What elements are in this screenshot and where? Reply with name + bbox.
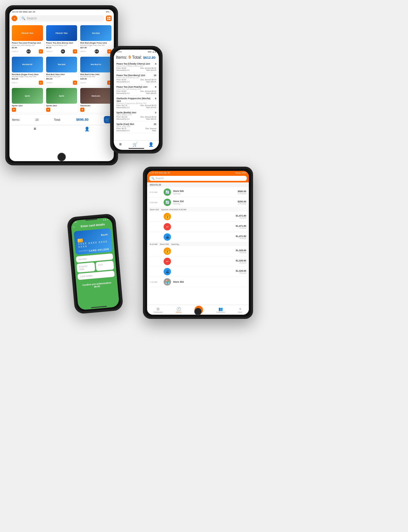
add-to-cart-button[interactable]: + — [80, 108, 84, 112]
order-item[interactable]: Peace Tea (Just Peachy) 12ct 8 Peace Tea… — [114, 84, 159, 96]
iphone2-signal: ▲▲ ● ● — [103, 218, 110, 220]
iphone-card-device: 5:25 ▲▲ ● ● ‹ Enter card details Bank XX… — [67, 213, 124, 314]
back-button[interactable]: ‹ — [12, 15, 17, 21]
history-item[interactable]: 9:03 AM 🔄 Store 310 Syncing... $250.00 -… — [147, 197, 249, 208]
iphone1-signal: ●●● ▲▲ — [148, 51, 156, 53]
item-name: Sprite (Bottle) 24ct — [116, 111, 136, 114]
product-card[interactable]: Red Bull Red Bull (Sugar Free) 12oz Red … — [79, 24, 113, 55]
history-info: Store 310 Syncing... — [173, 200, 235, 205]
card-chip — [78, 239, 83, 243]
product-sub: Red Bull 16oz 24ct — [46, 76, 77, 77]
product-card[interactable]: PEACE TEA Peace Tea (Sno-Berry) 12ct Pea… — [45, 24, 79, 55]
order-item[interactable]: Starbucks Frappuccino (Mocha) 15ct 6 Sta… — [114, 96, 159, 110]
ipad1-footer: Items: 10 Total: $696.80 🛒 — [9, 114, 114, 125]
items-label: Items: — [116, 55, 127, 60]
history-id: -1 iF24149 — [238, 193, 246, 194]
history-item[interactable]: ↩ $1,471.80 iF24152 — [147, 222, 249, 232]
add-to-cart-button[interactable]: + — [46, 108, 50, 112]
product-card[interactable]: Red Bull SF Red Bull (Sugar Free) 16oz R… — [10, 55, 44, 86]
item-disc-label: Disc. Amount $0.00 — [140, 67, 156, 69]
product-card[interactable]: Starbucks Starbucks + — [79, 87, 113, 113]
add-to-cart-button[interactable]: + — [39, 49, 43, 54]
card-bank: Bank — [101, 233, 108, 236]
product-price: $23.00 — [12, 78, 43, 80]
ipad2-status-bar: 11:44 AM Wed Jan 25 ●▲▲ 41%↑ — [147, 171, 249, 175]
ipad1-battery: 9% ↑ — [106, 10, 111, 13]
product-card[interactable]: Sprite Sprite 12ct + — [10, 87, 44, 113]
history-id: iF24152 — [236, 227, 246, 229]
order-item[interactable]: Peace Tea (Sno-Berry) 12ct 10 Peace Tea … — [114, 73, 159, 84]
list-view-icon[interactable]: ≡ — [34, 127, 36, 131]
expiry-field[interactable]: Expired Date — [77, 262, 95, 273]
ipad-history-device: 11:44 AM Wed Jan 25 ●▲▲ 41%↑ 🔍 Search 20… — [143, 167, 253, 319]
add-to-cart-button[interactable]: + — [73, 81, 77, 85]
order-item[interactable]: Sprite (Can) 35ct 10 Sprite (Can) 35ct P… — [114, 122, 159, 133]
iphone2-screen: 5:25 ▲▲ ● ● ‹ Enter card details Bank XX… — [71, 217, 119, 310]
tab-more[interactable]: ≡ More — [238, 307, 242, 313]
history-item[interactable]: 🖨 $1,328.65 iF24149 — [147, 267, 249, 277]
svg-rect-1 — [109, 17, 110, 18]
store-group-header: 8:12 AM Store 526 Syncing... — [147, 242, 249, 246]
history-item[interactable]: 9:12 AM 🔄 Store 526 Syncing... $580.00 -… — [147, 187, 249, 197]
history-item[interactable]: ↩ $1,328.65 iF24149 — [147, 256, 249, 267]
item-name: Sprite (Can) 35ct — [116, 123, 134, 125]
ipad2-time: 11:44 AM Wed Jan 25 — [149, 172, 170, 174]
history-time: 9:03 AM — [150, 201, 162, 204]
tab-customers[interactable]: 👥 Customers — [216, 307, 225, 313]
more-icon: ≡ — [239, 307, 241, 311]
item-qty: 10 — [154, 74, 156, 77]
product-name: Sprite 24ct — [46, 104, 77, 107]
order-item[interactable]: Sprite (Bottle) 24ct 3 Sprite (Bottle) 2… — [114, 110, 159, 122]
ipad-device-1: 10:23 AM Wed Jan 25 9% ↑ ‹ 🔍 Search PEAC… — [5, 5, 118, 165]
history-id: iF24152 — [236, 238, 246, 239]
iphone1-footer: ≡ 🛒 👤 — [114, 140, 159, 148]
tab-history[interactable]: 🕐 History — [176, 307, 181, 313]
product-card[interactable]: Red Bull Red Bull 16oz 24ct Red Bull 16o… — [45, 55, 79, 86]
history-amount-col: $1,328.65 iF24149 — [236, 249, 246, 254]
history-time: 7:23 AM — [150, 281, 162, 283]
back-icon[interactable]: ‹ — [73, 225, 74, 229]
order-list: Peace Tea (Cheeky Cherry) 12ct 4 Peace T… — [114, 61, 159, 140]
add-to-cart-button[interactable]: + — [73, 49, 77, 54]
cvv-field[interactable]: CVV — [95, 261, 114, 271]
profile-icon[interactable]: 👤 — [148, 142, 154, 147]
history-item[interactable]: 💰 $1,471.80 iF24152 — [147, 212, 249, 222]
iphone2-time: 5:25 — [73, 221, 77, 223]
product-sub: Peace Tea (Sno-Berry) 12ct — [46, 44, 77, 46]
return-icon: ↩ — [164, 258, 171, 265]
item-disc-label: Disc. Amount $0.00 — [140, 90, 156, 92]
history-id: iF24152 — [236, 217, 246, 219]
home-button[interactable] — [57, 153, 66, 161]
ipad1-search-bar[interactable]: 🔍 Search — [19, 15, 104, 22]
history-item[interactable]: 💰 $1,328.65 iF24149 — [147, 246, 249, 256]
history-time: 9:12 AM — [150, 191, 162, 193]
product-name: Red Bull 16oz 24ct — [46, 73, 77, 76]
list-icon[interactable]: ≡ — [119, 142, 121, 147]
item-price-label: Price: $3.60 — [116, 67, 126, 69]
add-to-cart-button[interactable]: + — [39, 81, 43, 85]
profile-icon[interactable]: 👤 — [84, 127, 90, 131]
item-price-label: Price: $3.60 — [116, 90, 126, 92]
tab-dashboard[interactable]: ⊞ Dashboard — [154, 307, 163, 313]
product-card[interactable]: Sprite Sprite 24ct + — [45, 87, 79, 113]
history-amount: $1,471.80 — [236, 214, 246, 217]
confirm-preauth-button[interactable]: Confirm pre-authorization $6.00 — [78, 279, 116, 292]
history-item[interactable]: 🖨 $1,471.80 iF24152 — [147, 232, 249, 242]
history-store: Store 354 — [173, 281, 246, 283]
svg-rect-0 — [107, 17, 109, 18]
ipad2-screen: 11:44 AM Wed Jan 25 ●▲▲ 41%↑ 🔍 Search 20… — [147, 171, 249, 315]
history-amount-col: $1,328.65 iF24149 — [236, 259, 246, 264]
history-amount-col: $250.00 -1 iF24146 — [238, 200, 246, 205]
product-card[interactable]: Red Bull 8.4 Red Bull 8.4oz 24ct Red Bul… — [79, 55, 113, 86]
grid-view-button[interactable] — [106, 15, 112, 21]
store-icon: 🏪 — [164, 278, 171, 286]
history-item[interactable]: 7:23 AM 🏪 Store 354 — [147, 277, 249, 287]
order-item[interactable]: Peace Tea (Cheeky Cherry) 12ct 4 Peace T… — [114, 61, 159, 73]
add-to-cart-button[interactable]: + — [12, 108, 16, 112]
home-button[interactable] — [194, 308, 202, 315]
product-sub: Red Bull 8.4oz 24ct — [80, 76, 111, 77]
product-card[interactable]: PEACE TEA Peace Tea (Just Peachy) 12ct P… — [10, 24, 44, 55]
ipad2-search-bar[interactable]: 🔍 Search — [149, 176, 247, 181]
history-amount: $1,471.80 — [236, 225, 246, 227]
cart-icon[interactable]: 🛒 — [132, 142, 138, 147]
